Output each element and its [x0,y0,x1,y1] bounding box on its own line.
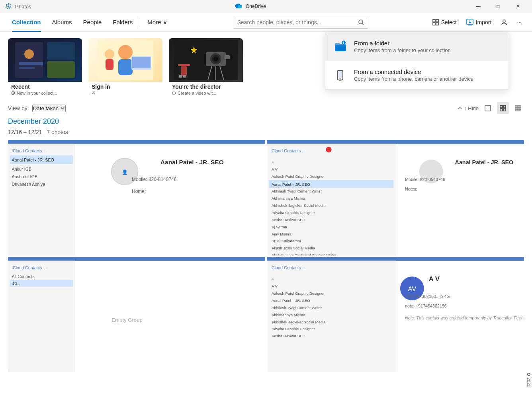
svg-rect-52 [519,107,521,109]
view-right: ↑ Hide [458,102,524,114]
svg-rect-45 [500,109,503,111]
hide-label: ↑ Hide [464,105,479,111]
svg-rect-12 [15,42,43,78]
svg-text:A: A [272,277,274,281]
app-title: Photos [15,4,31,10]
photo-4-content: iCloud Contacts → Search All Contacts Ed… [267,257,524,372]
maximize-button[interactable]: □ [489,0,507,13]
svg-rect-44 [503,105,506,108]
clock-icon [11,91,15,95]
svg-text:Note: This contact was created: Note: This contact was created temporari… [405,315,524,320]
photo-item-4[interactable]: iCloud Contacts → Search All Contacts Ed… [267,257,524,372]
title-bar-controls: — □ ✕ [469,0,527,13]
single-view-button[interactable] [482,102,494,114]
photos-app-icon [5,3,12,10]
nav-bar: Collection Albums People Folders More ∨ [0,13,532,32]
svg-text:iCloud Contacts →: iCloud Contacts → [12,148,48,153]
folder-item-text: From a folder Copy items from a folder t… [354,40,451,53]
nav-more[interactable]: More ∨ [142,13,172,32]
svg-rect-49 [519,105,521,107]
hide-button[interactable]: ↑ Hide [458,105,479,111]
search-input[interactable] [237,19,355,25]
import-from-device[interactable]: From a connected device Copy items from … [325,61,508,90]
import-label: Import [476,19,492,25]
small-grid-button[interactable] [512,102,524,114]
nav-collection[interactable]: Collection [6,13,47,32]
signin-card-info: Sign in [88,82,162,96]
select-button[interactable]: Select [428,16,461,29]
svg-rect-4 [433,19,435,22]
import-button[interactable]: Import [462,16,496,29]
signin-title: Sign in [92,84,159,90]
photo-item-1[interactable]: iCloud Contacts → Search Edit iGeeks iCl… [8,140,265,255]
more-dots-button[interactable]: ··· [513,16,526,29]
svg-text:Mobile: 820-8140746: Mobile: 820-8140746 [132,177,177,182]
nav-separator [140,18,140,27]
nav-folders[interactable]: Folders [107,13,138,32]
svg-text:Anshreet IGB: Anshreet IGB [12,174,38,179]
nav-people[interactable]: People [78,13,108,32]
recent-sub: New in your collect... [11,91,79,95]
user-icon [501,19,507,25]
timeline-year: 2020 [526,377,531,387]
svg-point-145 [340,78,341,80]
director-card-info: You're the director Create a video wit..… [169,82,243,96]
svg-point-35 [213,56,218,61]
photo-item-2[interactable]: iCloud Contacts → Search All Contacts Ed… [267,140,524,255]
svg-rect-47 [515,105,517,107]
svg-text:note: +917454302156: note: +917454302156 [405,304,447,308]
highlight-recent[interactable]: Recent New in your collect... [8,38,82,96]
onedrive-label: OneDrive [246,4,266,9]
director-card-bg [169,38,243,82]
svg-rect-21 [118,59,133,75]
svg-rect-105 [8,257,265,261]
svg-rect-31 [183,75,186,78]
single-grid-icon [485,105,491,111]
nav-albums[interactable]: Albums [47,13,78,32]
photo-item-3[interactable]: iCloud Contacts → Search iCloud Group 1 … [8,257,265,372]
svg-rect-30 [179,75,182,78]
timeline-dot [527,373,530,376]
recent-card-bg [8,38,82,82]
photo-2-content: iCloud Contacts → Search All Contacts Ed… [267,140,524,255]
view-by-value-button[interactable]: Date taken [32,105,66,112]
director-title: You're the director [172,84,240,90]
svg-point-2 [359,20,363,24]
close-button[interactable]: ✕ [509,0,527,13]
svg-rect-14 [47,61,75,78]
minimize-button[interactable]: — [469,0,487,13]
device-item-text: From a connected device Copy items from … [354,68,473,82]
photo-3-content: iCloud Contacts → Search iCloud Group 1 … [8,257,265,372]
svg-text:Aesha Daxivar SEO: Aesha Daxivar SEO [272,334,305,338]
svg-point-24 [105,49,114,59]
svg-point-1 [8,6,9,7]
svg-text:⬆: ⬆ [342,41,345,44]
svg-text:Aakash Patel Graphic Designer: Aakash Patel Graphic Designer [272,291,325,296]
medium-grid-icon [500,105,506,111]
svg-rect-7 [436,23,438,25]
import-from-folder[interactable]: ⬆ From a folder Copy items from a folder… [325,32,508,61]
svg-text:Notes:: Notes: [405,187,417,191]
highlight-signin[interactable]: Sign in [88,38,162,96]
svg-text:Aanal Patel – JR. SEO: Aanal Patel – JR. SEO [272,298,310,303]
user-button[interactable] [497,16,511,29]
svg-text:Dhvanesh Adhiya: Dhvanesh Adhiya [12,182,45,187]
svg-rect-48 [517,105,519,107]
onedrive-icon [235,4,243,9]
svg-text:Ajay Mishra: Ajay Mishra [272,232,292,236]
small-grid-icon [515,105,521,111]
svg-text:iCloud Contacts →: iCloud Contacts → [12,265,48,270]
svg-rect-117 [267,257,524,261]
date-section: December 2020 12/16 – 12/21 7 photos iCl… [0,117,532,379]
svg-rect-114 [74,261,265,372]
from-device-title: From a connected device [354,68,473,75]
recent-card-info: Recent New in your collect... [8,82,82,96]
medium-grid-button[interactable] [497,102,509,114]
from-device-sub: Copy items from a phone, camera or anoth… [354,76,473,82]
timeline-bar: 2020 [526,32,532,395]
svg-text:AV: AV [408,285,417,293]
highlight-director[interactable]: You're the director Create a video wit..… [169,38,243,96]
view-by: View by: Date taken [8,105,66,112]
svg-point-20 [118,45,133,59]
svg-text:Empty Group: Empty Group [111,317,142,323]
